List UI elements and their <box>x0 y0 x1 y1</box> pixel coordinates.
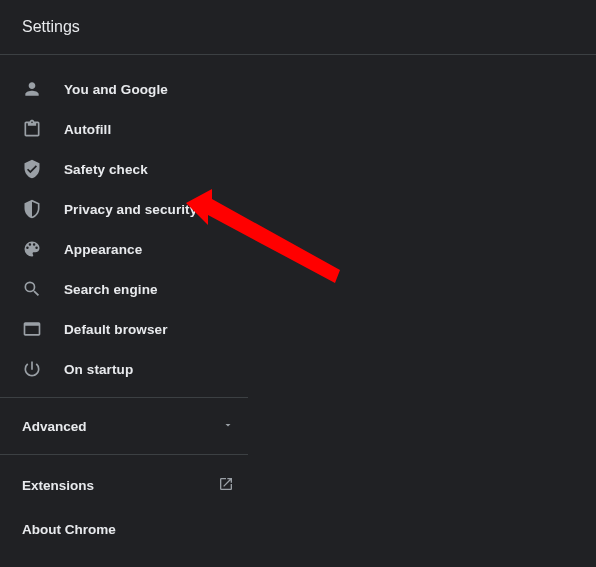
sidebar-item-label: Default browser <box>64 322 168 337</box>
divider <box>0 454 248 455</box>
chevron-down-icon <box>222 419 234 434</box>
settings-sidebar: You and Google Autofill Safety check Pri… <box>0 55 256 551</box>
sidebar-item-advanced[interactable]: Advanced <box>0 406 256 446</box>
sidebar-item-default-browser[interactable]: Default browser <box>0 309 256 349</box>
sidebar-item-safety-check[interactable]: Safety check <box>0 149 256 189</box>
sidebar-item-label: You and Google <box>64 82 168 97</box>
sidebar-item-label: Appearance <box>64 242 142 257</box>
shield-icon <box>22 199 42 219</box>
about-label: About Chrome <box>22 522 116 537</box>
divider <box>0 397 248 398</box>
sidebar-item-label: Search engine <box>64 282 158 297</box>
browser-icon <box>22 319 42 339</box>
sidebar-item-about-chrome[interactable]: About Chrome <box>0 507 256 551</box>
open-external-icon <box>218 476 234 495</box>
extensions-label: Extensions <box>22 478 94 493</box>
sidebar-item-extensions[interactable]: Extensions <box>0 463 256 507</box>
sidebar-item-search-engine[interactable]: Search engine <box>0 269 256 309</box>
sidebar-item-label: Privacy and security <box>64 202 197 217</box>
clipboard-icon <box>22 119 42 139</box>
sidebar-item-privacy-security[interactable]: Privacy and security <box>0 189 256 229</box>
shield-check-icon <box>22 159 42 179</box>
sidebar-item-on-startup[interactable]: On startup <box>0 349 256 389</box>
advanced-label: Advanced <box>22 419 87 434</box>
sidebar-item-label: On startup <box>64 362 133 377</box>
sidebar-item-label: Safety check <box>64 162 148 177</box>
sidebar-item-you-and-google[interactable]: You and Google <box>0 69 256 109</box>
sidebar-item-appearance[interactable]: Appearance <box>0 229 256 269</box>
sidebar-item-label: Autofill <box>64 122 111 137</box>
settings-header: Settings <box>0 0 596 55</box>
person-icon <box>22 79 42 99</box>
palette-icon <box>22 239 42 259</box>
search-icon <box>22 279 42 299</box>
page-title: Settings <box>22 18 80 36</box>
power-icon <box>22 359 42 379</box>
sidebar-item-autofill[interactable]: Autofill <box>0 109 256 149</box>
